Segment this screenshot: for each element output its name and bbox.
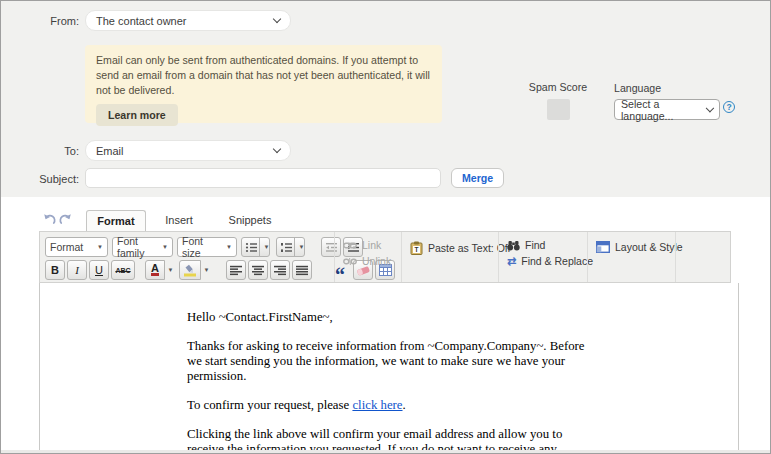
- from-select[interactable]: The contact owner: [85, 10, 291, 31]
- align-right-button[interactable]: [270, 260, 290, 280]
- align-center-icon: [252, 265, 264, 276]
- text-color-icon: A: [151, 264, 159, 276]
- find-button[interactable]: Find: [507, 239, 593, 251]
- bold-button[interactable]: B: [45, 260, 65, 280]
- warning-text: Email can only be sent from authenticate…: [96, 54, 430, 96]
- editor-canvas[interactable]: Hello ~Contact.FirstName~, Thanks for as…: [39, 283, 739, 450]
- font-family-select[interactable]: Font family ▼: [112, 237, 173, 257]
- numbered-list-menu-button[interactable]: ▼: [294, 237, 305, 257]
- numbered-list-button[interactable]: [276, 237, 296, 257]
- strikethrough-button[interactable]: ABC: [111, 260, 135, 280]
- italic-button[interactable]: I: [67, 260, 87, 280]
- help-icon[interactable]: ?: [723, 101, 735, 113]
- language-select-value: Select a language...: [621, 98, 707, 122]
- email-paragraph: To confirm your request, please click he…: [187, 398, 591, 413]
- numbered-list-icon: [280, 242, 293, 253]
- spam-score-indicator: [547, 99, 570, 120]
- dropdown-arrow-icon: ▼: [299, 244, 305, 250]
- email-body: Hello ~Contact.FirstName~, Thanks for as…: [187, 310, 591, 450]
- align-justify-button[interactable]: [292, 260, 312, 280]
- toolbar-divider: [334, 232, 335, 282]
- align-left-button[interactable]: [226, 260, 246, 280]
- tab-format[interactable]: Format: [86, 210, 146, 232]
- learn-more-button[interactable]: Learn more: [96, 104, 178, 126]
- email-settings-panel: From: The contact owner Email can only b…: [1, 1, 770, 197]
- link-button[interactable]: Link: [343, 239, 391, 251]
- to-label: To:: [1, 145, 79, 157]
- confirm-text: To confirm your request, please: [187, 398, 352, 412]
- font-size-select[interactable]: Font size ▼: [177, 237, 237, 257]
- find-replace-button[interactable]: ⇄ Find & Replace: [507, 255, 593, 267]
- horizontal-scrollbar-track[interactable]: [1, 450, 770, 454]
- find-replace-icon: ⇄: [507, 256, 516, 266]
- underline-icon: U: [95, 264, 103, 276]
- bold-icon: B: [51, 264, 59, 276]
- italic-icon: I: [75, 264, 79, 276]
- dropdown-arrow-icon: ▼: [204, 267, 210, 273]
- link-label: Link: [362, 239, 381, 251]
- dropdown-arrow-icon: ▼: [162, 244, 168, 250]
- align-right-icon: [274, 265, 286, 276]
- chevron-down-icon: [273, 15, 281, 23]
- subject-input[interactable]: [85, 168, 441, 188]
- dropdown-arrow-icon: ▼: [97, 244, 103, 250]
- bullet-list-button[interactable]: [241, 237, 261, 257]
- dropdown-arrow-icon: ▼: [264, 244, 270, 250]
- email-paragraph: Clicking the link above will confirm you…: [187, 427, 591, 450]
- email-paragraph: Thanks for asking to receive information…: [187, 339, 591, 384]
- paste-as-text-button[interactable]: T Paste as Text: Off: [410, 241, 511, 255]
- layout-icon: [596, 241, 610, 253]
- tab-snippets[interactable]: Snippets: [214, 210, 286, 231]
- tab-insert[interactable]: Insert: [150, 210, 208, 231]
- unlink-icon: [343, 257, 357, 266]
- spam-score-section: Spam Score: [522, 81, 594, 120]
- click-here-link[interactable]: click here: [352, 398, 402, 412]
- confirm-text-suffix: .: [403, 398, 406, 412]
- text-color-menu-button[interactable]: ▼: [163, 260, 174, 280]
- outdent-icon: [325, 242, 338, 253]
- align-center-button[interactable]: [248, 260, 268, 280]
- underline-button[interactable]: U: [89, 260, 109, 280]
- svg-text:T: T: [415, 246, 419, 253]
- redo-button[interactable]: [58, 212, 72, 225]
- toolbar-divider: [401, 232, 402, 282]
- language-select[interactable]: Select a language...: [614, 99, 720, 120]
- chevron-down-icon: [273, 145, 281, 153]
- undo-icon: [43, 213, 57, 226]
- toolbar-divider: [498, 232, 499, 282]
- editor-toolbar: Format ▼ Font family ▼ Font size ▼ ▼: [39, 231, 731, 283]
- text-color-button[interactable]: A: [145, 260, 165, 280]
- dropdown-arrow-icon: ▼: [168, 267, 174, 273]
- outdent-button[interactable]: [321, 237, 341, 257]
- format-select[interactable]: Format ▼: [45, 237, 108, 257]
- highlight-color-button[interactable]: [179, 260, 201, 280]
- layout-style-label: Layout & Style: [615, 241, 683, 253]
- email-builder-window: From: The contact owner Email can only b…: [0, 0, 771, 454]
- from-label: From:: [1, 15, 79, 27]
- email-greeting: Hello ~Contact.FirstName~,: [187, 310, 591, 325]
- format-select-value: Format: [50, 241, 83, 253]
- to-select[interactable]: Email: [85, 140, 291, 161]
- clipboard-icon: T: [410, 241, 423, 255]
- undo-button[interactable]: [43, 212, 57, 225]
- merge-button[interactable]: Merge: [451, 168, 504, 188]
- align-justify-icon: [296, 265, 308, 276]
- redo-icon: [58, 213, 72, 226]
- spam-score-label: Spam Score: [522, 81, 594, 93]
- strikethrough-icon: ABC: [115, 267, 130, 274]
- unlink-button[interactable]: Unlink: [343, 255, 391, 267]
- language-section: Language Select a language...: [614, 82, 720, 120]
- from-select-value: The contact owner: [96, 15, 187, 27]
- subject-label: Subject:: [1, 173, 79, 185]
- align-left-icon: [230, 265, 242, 276]
- dropdown-arrow-icon: ▼: [226, 244, 232, 250]
- layout-style-button[interactable]: Layout & Style: [596, 241, 683, 253]
- find-label: Find: [525, 239, 545, 251]
- link-icon: [343, 241, 357, 250]
- highlight-color-menu-button[interactable]: ▼: [199, 260, 210, 280]
- bullet-list-icon: [245, 242, 258, 253]
- font-size-select-value: Font size: [182, 235, 222, 259]
- highlight-color-icon: [183, 264, 197, 277]
- bullet-list-menu-button[interactable]: ▼: [259, 237, 270, 257]
- toolbar-divider: [587, 232, 588, 282]
